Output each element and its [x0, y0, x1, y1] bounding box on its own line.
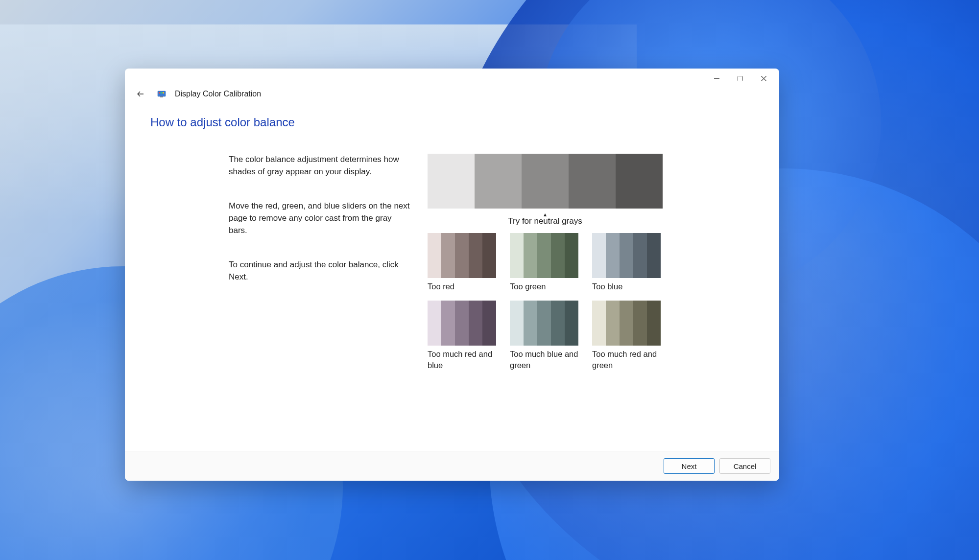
svg-rect-9 [160, 96, 163, 97]
swatch [647, 301, 661, 346]
swatch [428, 154, 475, 209]
swatch [551, 301, 565, 346]
swatch [616, 154, 663, 209]
swatch [455, 301, 469, 346]
swatch [524, 233, 537, 278]
instruction-paragraph: Move the red, green, and blue sliders on… [229, 200, 410, 236]
neutral-gray-swatches [428, 154, 663, 209]
content-area: How to adjust color balance The color ba… [125, 104, 779, 451]
color-cast-example: Too much blue and green [510, 301, 578, 371]
app-icon [157, 90, 166, 98]
swatch [469, 233, 482, 278]
svg-rect-5 [158, 91, 166, 96]
color-cast-example: Too green [510, 233, 578, 292]
instruction-paragraph: To continue and adjust the color balance… [229, 259, 410, 283]
swatch [510, 233, 524, 278]
example-swatches [592, 233, 661, 278]
swatch [633, 301, 647, 346]
instruction-column: The color balance adjustment determines … [229, 154, 410, 305]
swatch [620, 233, 633, 278]
example-label: Too much red and blue [428, 349, 496, 371]
swatch [537, 301, 551, 346]
example-swatches [510, 233, 578, 278]
footer: Next Cancel [125, 451, 779, 481]
example-label: Too much red and green [592, 349, 661, 371]
cancel-button[interactable]: Cancel [719, 458, 770, 474]
swatch [647, 233, 661, 278]
maximize-button[interactable] [728, 69, 752, 88]
color-cast-example: Too red [428, 233, 496, 292]
swatch [522, 154, 569, 209]
swatch [510, 301, 524, 346]
titlebar [125, 69, 779, 88]
calibration-window: Display Color Calibration How to adjust … [125, 69, 779, 481]
neutral-caption: Try for neutral grays [508, 216, 582, 226]
example-label: Too red [428, 281, 496, 292]
examples-grid: Too redToo greenToo blueToo much red and… [428, 233, 754, 371]
color-cast-example: Too blue [592, 233, 661, 292]
swatch [455, 233, 469, 278]
example-label: Too blue [592, 281, 661, 292]
window-header: Display Color Calibration [125, 88, 779, 104]
page-heading: How to adjust color balance [150, 116, 754, 129]
pointer-icon: ▴ [428, 212, 663, 216]
swatch [551, 233, 565, 278]
example-label: Too much blue and green [510, 349, 578, 371]
swatch [441, 301, 455, 346]
svg-rect-7 [161, 92, 162, 93]
swatch [565, 233, 578, 278]
app-title: Display Color Calibration [175, 90, 261, 98]
swatch [620, 301, 633, 346]
example-swatches [428, 233, 496, 278]
swatch [428, 301, 441, 346]
swatch [524, 301, 537, 346]
swatch [569, 154, 616, 209]
swatch [428, 233, 441, 278]
svg-rect-1 [738, 76, 742, 81]
swatch [565, 301, 578, 346]
swatch [482, 301, 496, 346]
swatch [482, 233, 496, 278]
example-swatches [510, 301, 578, 346]
swatch [441, 233, 455, 278]
example-swatches [592, 301, 661, 346]
svg-rect-8 [163, 92, 164, 93]
example-swatches [428, 301, 496, 346]
swatch [633, 233, 647, 278]
swatch [606, 301, 620, 346]
svg-rect-6 [159, 92, 160, 93]
color-cast-example: Too much red and green [592, 301, 661, 371]
swatch [469, 301, 482, 346]
example-label: Too green [510, 281, 578, 292]
neutral-caption-row: ▴ Try for neutral grays [428, 212, 663, 226]
instruction-paragraph: The color balance adjustment determines … [229, 154, 410, 178]
swatch [606, 233, 620, 278]
minimize-button[interactable] [705, 69, 728, 88]
next-button[interactable]: Next [664, 458, 715, 474]
samples-column: ▴ Try for neutral grays Too redToo green… [428, 154, 754, 371]
color-cast-example: Too much red and blue [428, 301, 496, 371]
swatch [592, 301, 606, 346]
swatch [475, 154, 522, 209]
close-button[interactable] [752, 69, 775, 88]
swatch [537, 233, 551, 278]
swatch [592, 233, 606, 278]
back-button[interactable] [136, 89, 145, 99]
